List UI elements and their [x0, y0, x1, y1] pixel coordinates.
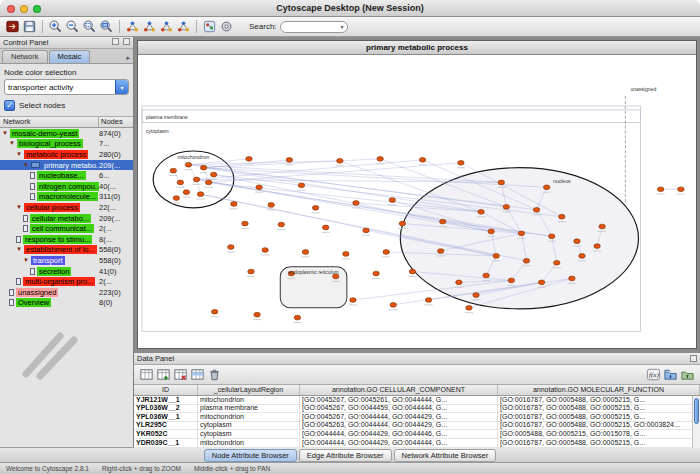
network-node[interactable]	[350, 298, 356, 303]
column-header[interactable]: ID	[134, 385, 198, 395]
expand-arrow-icon[interactable]: ▼	[23, 257, 31, 264]
network-node[interactable]	[657, 187, 663, 192]
create-attribute-icon[interactable]	[155, 366, 172, 383]
network-node[interactable]	[248, 269, 254, 274]
network-node[interactable]	[538, 280, 544, 285]
network-node[interactable]	[343, 252, 349, 257]
network-node[interactable]	[503, 205, 509, 210]
network-node[interactable]	[533, 207, 539, 212]
search-dropdown-icon[interactable]: ▾	[341, 23, 344, 30]
fit-content-icon[interactable]	[98, 18, 115, 35]
tab-mosaic[interactable]: Mosaic	[49, 50, 91, 63]
tree-row[interactable]: response to stimu...8(...	[0, 234, 133, 245]
network-node[interactable]	[193, 177, 199, 182]
network-node[interactable]	[173, 196, 179, 201]
network-node[interactable]	[185, 162, 191, 167]
float-data-panel-icon[interactable]	[690, 355, 697, 362]
hide-selected-icon[interactable]	[158, 18, 175, 35]
network-node[interactable]	[278, 222, 284, 227]
expand-arrow-icon[interactable]: ▼	[23, 162, 31, 169]
network-node[interactable]	[377, 157, 383, 162]
network-node[interactable]	[498, 180, 504, 185]
float-panel-icon[interactable]	[112, 38, 119, 45]
network-node[interactable]	[210, 172, 216, 177]
tree-row[interactable]: ▼biological_process7...	[0, 139, 133, 150]
network-node[interactable]	[197, 192, 203, 197]
network-node[interactable]	[286, 158, 292, 163]
network-node[interactable]	[256, 185, 262, 190]
search-text-field[interactable]	[284, 22, 341, 31]
network-node[interactable]	[390, 303, 396, 308]
zoom-selected-region-icon[interactable]	[81, 18, 98, 35]
network-node[interactable]	[488, 229, 494, 234]
network-node[interactable]	[483, 273, 489, 278]
network-node[interactable]	[205, 180, 211, 185]
new-network-from-selection-icon[interactable]	[141, 18, 158, 35]
network-node[interactable]	[389, 198, 395, 203]
network-node[interactable]	[170, 168, 176, 173]
network-node[interactable]	[456, 280, 462, 285]
save-session-icon[interactable]	[21, 18, 38, 35]
tree-row[interactable]: ▼transport558(0)	[0, 255, 133, 266]
network-canvas[interactable]: plasma membranecytoplasmmitochondrionnuc…	[138, 55, 696, 348]
network-node[interactable]	[353, 201, 359, 206]
tree-row[interactable]: ▼primary metabo...209(...	[0, 160, 133, 171]
network-node[interactable]	[478, 209, 484, 214]
network-node[interactable]	[419, 158, 425, 163]
close-button[interactable]	[7, 5, 15, 13]
tree-row[interactable]: ▼mosaic-demo-yeast874(0)	[0, 128, 133, 139]
network-node[interactable]	[437, 249, 443, 254]
network-node[interactable]	[493, 254, 499, 259]
tree-row[interactable]: cell communicat...2(...	[0, 223, 133, 234]
first-neighbors-icon[interactable]	[124, 18, 141, 35]
scrollbar-thumb[interactable]	[694, 398, 699, 424]
select-rows-icon[interactable]	[189, 366, 206, 383]
network-node[interactable]	[508, 278, 514, 283]
network-node[interactable]	[440, 219, 446, 224]
network-node[interactable]	[473, 293, 479, 298]
expand-arrow-icon[interactable]: ▼	[16, 246, 24, 253]
network-node[interactable]	[302, 250, 308, 255]
network-node[interactable]	[678, 187, 684, 192]
tree-row[interactable]: cellular metabo...209(...	[0, 213, 133, 224]
tab-network-attribute-browser[interactable]: Network Attribute Browser	[394, 449, 497, 462]
tab-edge-attribute-browser[interactable]: Edge Attribute Browser	[299, 449, 392, 462]
close-panel-icon[interactable]	[123, 38, 130, 45]
column-header[interactable]: _cellularLayoutRegion	[198, 385, 300, 395]
tree-row[interactable]: macromolecule...311(0)	[0, 192, 133, 203]
tree-row[interactable]: Overview8(0)	[0, 298, 133, 309]
expand-arrow-icon[interactable]: ▼	[16, 204, 24, 211]
column-header[interactable]: annotation.GO MOLECULAR_FUNCTION	[498, 385, 700, 395]
expand-arrow-icon[interactable]: ▼	[9, 140, 17, 147]
network-node[interactable]	[466, 305, 472, 310]
tree-row[interactable]: secretion41(0)	[0, 266, 133, 277]
network-node[interactable]	[523, 258, 529, 263]
network-node[interactable]	[322, 225, 328, 230]
search-input[interactable]: ▾	[280, 21, 348, 33]
network-node[interactable]	[262, 248, 268, 253]
network-node[interactable]	[231, 202, 237, 207]
import-network-icon[interactable]	[4, 18, 21, 35]
network-node[interactable]	[246, 157, 252, 162]
network-node[interactable]	[594, 244, 600, 249]
select-attributes-icon[interactable]	[138, 366, 155, 383]
network-node[interactable]	[569, 276, 575, 281]
color-attribute-dropdown[interactable]: transporter activity ▾	[4, 79, 129, 95]
tree-row[interactable]: nucleobase...6...	[0, 170, 133, 181]
delete-attribute-icon[interactable]	[172, 366, 189, 383]
network-node[interactable]	[548, 234, 554, 239]
network-node[interactable]	[559, 214, 565, 219]
network-node[interactable]	[177, 180, 183, 185]
zoom-button[interactable]	[33, 5, 41, 13]
network-node[interactable]	[211, 309, 217, 314]
network-node[interactable]	[254, 312, 260, 317]
vizmapper-icon[interactable]	[201, 18, 218, 35]
network-node[interactable]	[268, 203, 274, 208]
network-node[interactable]	[543, 185, 549, 190]
expand-arrow-icon[interactable]: ▼	[16, 151, 24, 158]
column-header[interactable]: annotation.GO CELLULAR_COMPONENT	[300, 385, 498, 395]
network-node[interactable]	[183, 190, 189, 195]
trash-icon[interactable]	[206, 366, 223, 383]
select-nodes-checkbox[interactable]: ✓	[4, 100, 15, 111]
table-row[interactable]: YDR039C__1mitochondrion[GO:0044444, GO:0…	[134, 439, 700, 448]
